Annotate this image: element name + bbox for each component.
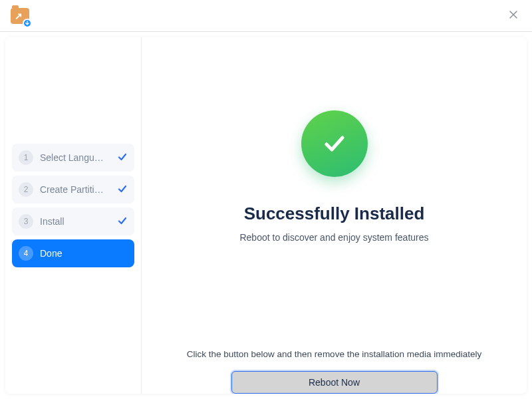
check-icon: [117, 215, 128, 228]
success-check-icon: [301, 110, 368, 177]
step-number: 1: [19, 150, 33, 165]
step-select-language[interactable]: 1 Select Langu…: [12, 144, 134, 172]
step-create-partitions[interactable]: 2 Create Partiti…: [12, 176, 134, 203]
step-number: 2: [19, 182, 33, 197]
close-button[interactable]: [505, 8, 521, 24]
step-number: 4: [19, 246, 33, 261]
step-label: Select Langu…: [40, 152, 113, 163]
step-label: Done: [40, 248, 128, 259]
steps-sidebar: 1 Select Langu… 2 Create Partiti… 3 Inst…: [5, 37, 142, 394]
reboot-hint: Click the button below and then remove t…: [187, 349, 482, 359]
titlebar: ↗: [0, 0, 532, 32]
bottom-block: Click the button below and then remove t…: [142, 349, 527, 394]
check-icon: [117, 152, 128, 164]
step-done[interactable]: 4 Done: [12, 239, 134, 267]
step-number: 3: [19, 214, 33, 229]
installer-card: 1 Select Langu… 2 Create Partiti… 3 Inst…: [5, 37, 527, 394]
reboot-now-button[interactable]: Reboot Now: [231, 371, 438, 394]
page-title: Successfully Installed: [244, 203, 425, 224]
check-icon: [117, 184, 128, 196]
main-panel: Successfully Installed Reboot to discove…: [142, 37, 527, 394]
body-area: 1 Select Langu… 2 Create Partiti… 3 Inst…: [0, 32, 532, 399]
page-subtitle: Reboot to discover and enjoy system feat…: [239, 232, 428, 243]
close-icon: [509, 10, 518, 21]
step-label: Create Partiti…: [40, 184, 113, 195]
step-install[interactable]: 3 Install: [12, 207, 134, 235]
step-label: Install: [40, 216, 113, 227]
installer-app-icon: ↗: [11, 7, 29, 25]
